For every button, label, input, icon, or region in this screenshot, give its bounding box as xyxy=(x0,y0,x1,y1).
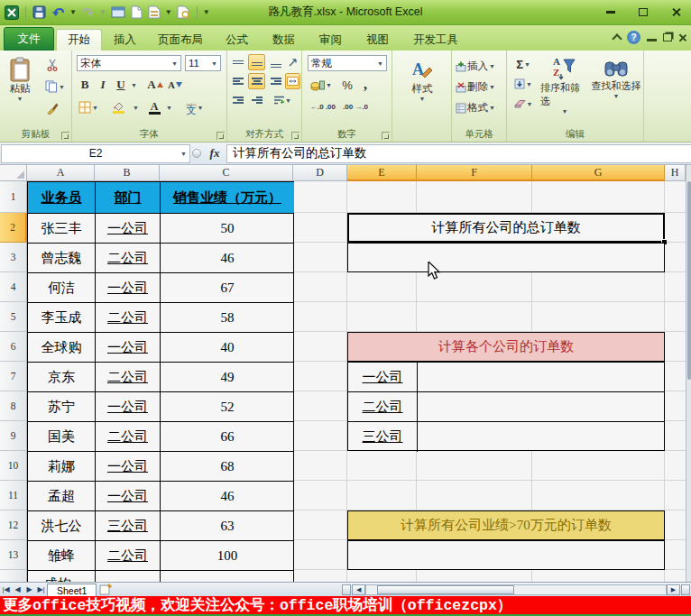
tab-home[interactable]: 开始 xyxy=(56,29,102,51)
company-label[interactable]: 一公司 xyxy=(348,363,418,392)
row-header-12[interactable]: 12 xyxy=(0,510,27,540)
cell-name[interactable]: 京东 xyxy=(28,363,96,392)
row-header-9[interactable]: 9 xyxy=(0,421,27,451)
collapse-ribbon-icon[interactable] xyxy=(612,33,622,43)
cell-sales[interactable]: 63 xyxy=(161,511,294,541)
paste-button[interactable]: 粘贴 xyxy=(4,54,36,123)
empty-cells-row1[interactable] xyxy=(293,181,686,213)
font-size-select[interactable]: 11 xyxy=(185,55,221,71)
insert-worksheet-icon[interactable] xyxy=(97,584,115,596)
empty-cells-column-h[interactable] xyxy=(665,213,686,582)
cell-department[interactable]: 二公司 xyxy=(96,541,161,571)
first-sheet-icon[interactable]: |◀ xyxy=(0,584,12,596)
workbook-close-icon[interactable] xyxy=(678,33,687,42)
cell-name[interactable]: 曾志魏 xyxy=(28,244,96,273)
cell-department[interactable]: 一公司 xyxy=(96,482,161,511)
cell-sales[interactable]: 46 xyxy=(161,244,294,273)
tab-developer[interactable]: 开发工具 xyxy=(402,29,469,51)
column-header-e[interactable]: E xyxy=(347,165,417,181)
help-icon[interactable] xyxy=(627,31,640,44)
styles-button[interactable]: A 样式 xyxy=(401,56,443,121)
tab-formulas[interactable]: 公式 xyxy=(215,29,259,51)
font-color-dropdown[interactable] xyxy=(164,97,174,117)
row-header-7[interactable]: 7 xyxy=(0,362,27,391)
cell-sales[interactable]: 66 xyxy=(161,422,294,452)
cell-department[interactable]: 一公司 xyxy=(96,273,161,303)
comma-style-button[interactable]: , xyxy=(358,76,373,94)
font-name-select[interactable]: 宋体 xyxy=(77,55,181,71)
grow-font-button[interactable]: A xyxy=(146,76,164,94)
answer-box-gt70[interactable] xyxy=(347,540,665,570)
format-painter-button[interactable] xyxy=(41,99,63,117)
percent-style-button[interactable]: % xyxy=(338,76,356,94)
cell-department[interactable]: 二公司 xyxy=(96,363,161,392)
font-dialog-launcher-icon[interactable] xyxy=(217,132,225,140)
cell-sales[interactable]: 49 xyxy=(161,363,294,392)
table-row-partial[interactable]: 成均 xyxy=(27,570,294,582)
name-box-dropdown-icon[interactable] xyxy=(180,151,187,157)
task-by-company-title[interactable]: 计算各个公司的订单数 xyxy=(347,332,665,362)
align-middle-button[interactable] xyxy=(248,54,265,70)
underline-dropdown[interactable] xyxy=(129,76,139,94)
answer-cell[interactable] xyxy=(418,392,665,422)
column-header-f[interactable]: F xyxy=(417,165,532,181)
tab-data[interactable]: 数据 xyxy=(262,29,306,51)
align-center-button[interactable] xyxy=(248,73,265,89)
hscroll-split-handle[interactable] xyxy=(681,584,690,595)
table-header-cell[interactable]: 业务员 xyxy=(28,182,96,214)
row-header-6[interactable]: 6 xyxy=(0,332,27,362)
cell-name[interactable]: 何洁 xyxy=(28,273,96,303)
company-label[interactable]: 三公司 xyxy=(348,422,418,452)
cell-sales[interactable]: 100 xyxy=(161,541,294,571)
horizontal-scrollbar[interactable] xyxy=(365,584,667,595)
cell-name[interactable]: 李玉成 xyxy=(28,303,96,333)
fill-color-button[interactable] xyxy=(106,97,131,117)
fill-button[interactable] xyxy=(511,76,536,92)
tab-file[interactable]: 文件 xyxy=(4,27,54,51)
tab-page-layout[interactable]: 页面布局 xyxy=(147,29,214,51)
row-header-4[interactable]: 4 xyxy=(0,272,27,302)
name-box[interactable]: E2 xyxy=(1,144,190,163)
bold-button[interactable]: B xyxy=(77,76,93,94)
phonetic-guide-button[interactable]: wén 文 xyxy=(181,97,208,117)
cell-sales[interactable]: 58 xyxy=(161,303,294,333)
cell-department[interactable]: 一公司 xyxy=(96,333,161,363)
autosum-button[interactable]: Σ xyxy=(511,56,536,72)
table-header-cell[interactable]: 销售业绩（万元） xyxy=(161,182,294,214)
workbook-restore-icon[interactable] xyxy=(663,33,672,41)
cell-sales[interactable]: 46 xyxy=(161,482,294,511)
prev-sheet-icon[interactable]: ◀ xyxy=(12,584,23,596)
fill-color-dropdown[interactable] xyxy=(131,97,141,117)
wrap-text-button[interactable] xyxy=(272,92,292,108)
row-header-3[interactable]: 3 xyxy=(0,243,27,272)
hscroll-left-icon[interactable]: ◀ xyxy=(352,584,365,595)
workbook-minimize-icon[interactable] xyxy=(647,33,657,41)
align-right-button[interactable] xyxy=(267,73,284,89)
selected-cell-e2[interactable]: 计算所有公司的总订单数 xyxy=(347,213,665,243)
last-sheet-icon[interactable]: ▶| xyxy=(35,584,47,596)
cell-name[interactable]: 张三丰 xyxy=(28,214,96,244)
align-top-button[interactable] xyxy=(229,54,246,70)
tab-review[interactable]: 审阅 xyxy=(309,29,353,51)
align-bottom-button[interactable] xyxy=(267,54,284,70)
answer-cell[interactable] xyxy=(418,363,665,392)
next-sheet-icon[interactable]: ▶ xyxy=(23,584,35,596)
insert-function-button[interactable]: fx xyxy=(203,144,226,163)
format-cells-button[interactable]: 格式 xyxy=(455,99,504,116)
column-header-b[interactable]: B xyxy=(95,165,160,181)
row-header-1[interactable]: 1 xyxy=(0,181,27,213)
row-header-13[interactable]: 13 xyxy=(0,540,27,570)
empty-cells-rows4-5[interactable] xyxy=(347,272,665,332)
insert-cells-button[interactable]: 插入 xyxy=(455,58,504,75)
number-format-select[interactable]: 常规 xyxy=(308,55,387,71)
cell-name[interactable]: 雏蜂 xyxy=(28,541,96,571)
cell-name[interactable]: 孟超 xyxy=(28,482,96,511)
cell-department[interactable]: 一公司 xyxy=(96,214,161,244)
clear-button[interactable] xyxy=(511,96,536,112)
cell-department[interactable]: 二公司 xyxy=(96,303,161,333)
formula-input[interactable]: 计算所有公司的总订单数 xyxy=(226,144,691,163)
answer-cell[interactable] xyxy=(418,422,665,452)
decrease-indent-button[interactable] xyxy=(229,92,246,108)
maximize-button[interactable] xyxy=(631,5,655,20)
column-header-d[interactable]: D xyxy=(293,165,347,181)
